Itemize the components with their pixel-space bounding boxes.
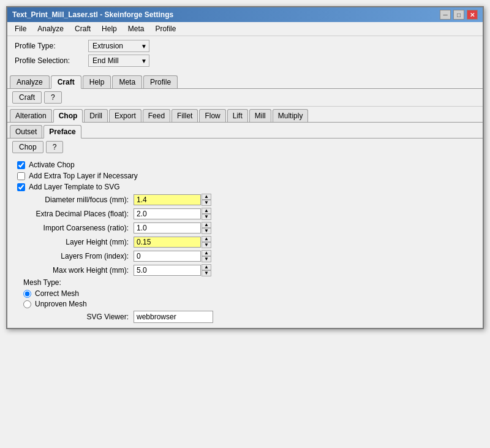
import-coarseness-row: Import Coarseness (ratio): ▲ ▼	[17, 222, 473, 234]
mesh-type-section: Correct Mesh Unproven Mesh	[17, 289, 473, 308]
chop-toolbar: Chop ?	[7, 139, 483, 156]
tab-help[interactable]: Help	[83, 75, 111, 88]
layers-from-spinners: ▲ ▼	[202, 250, 211, 262]
craft-help-button[interactable]: ?	[44, 91, 62, 104]
layer-height-input[interactable]	[134, 237, 201, 248]
tab-craft[interactable]: Craft	[51, 75, 81, 89]
max-work-height-input[interactable]	[134, 265, 201, 276]
content-area: Activate Chop Add Extra Top Layer if Nec…	[7, 156, 483, 328]
max-work-height-up[interactable]: ▲	[202, 264, 211, 270]
add-extra-top-row: Add Extra Top Layer if Necessary	[17, 172, 473, 180]
profile-section: Profile Type: Extrusion ▼ Profile Select…	[7, 36, 483, 73]
maximize-button[interactable]: □	[453, 10, 464, 20]
tab-meta[interactable]: Meta	[112, 75, 142, 88]
extra-decimal-spinner: ▲ ▼	[134, 208, 211, 220]
profile-type-label: Profile Type:	[15, 42, 88, 50]
tab-feed[interactable]: Feed	[143, 109, 170, 122]
diameter-mill-spinner: ▲ ▼	[134, 194, 211, 206]
window-title: Text_Print_Mill_Laser.stl - Skeinforge S…	[12, 10, 173, 19]
menu-file[interactable]: File	[10, 23, 31, 34]
layer-height-label: Layer Height (mm):	[17, 238, 134, 246]
craft-button[interactable]: Craft	[12, 91, 42, 104]
main-window: Text_Print_Mill_Laser.stl - Skeinforge S…	[6, 6, 484, 329]
add-extra-top-label: Add Extra Top Layer if Necessary	[29, 172, 138, 180]
tab-alteration[interactable]: Alteration	[10, 109, 52, 122]
layers-from-row: Layers From (index): ▲ ▼	[17, 250, 473, 262]
tab-chop[interactable]: Chop	[53, 109, 83, 123]
unproven-mesh-label: Unproven Mesh	[35, 300, 87, 308]
import-coarseness-up[interactable]: ▲	[202, 222, 211, 228]
svg-viewer-input[interactable]	[134, 311, 213, 323]
import-coarseness-input[interactable]	[134, 222, 201, 233]
unproven-mesh-radio[interactable]	[23, 300, 31, 308]
add-layer-template-checkbox[interactable]	[17, 183, 25, 191]
layers-from-input[interactable]	[134, 251, 201, 262]
profile-selection-row: Profile Selection: End Mill ▼	[15, 55, 475, 67]
activate-chop-checkbox[interactable]	[17, 161, 25, 169]
profile-selection-dropdown-wrapper: End Mill ▼	[88, 55, 149, 67]
tab-export[interactable]: Export	[109, 109, 141, 122]
tab-outset[interactable]: Outset	[10, 125, 42, 138]
profile-type-select[interactable]: Extrusion	[88, 40, 149, 52]
diameter-mill-label: Diameter mill/focus (mm):	[17, 196, 134, 204]
title-bar: Text_Print_Mill_Laser.stl - Skeinforge S…	[7, 7, 483, 22]
chop-help-button[interactable]: ?	[46, 141, 64, 153]
correct-mesh-label: Correct Mesh	[35, 289, 79, 298]
tab-preface[interactable]: Preface	[43, 125, 81, 139]
chop-button[interactable]: Chop	[12, 141, 43, 153]
layer-height-down[interactable]: ▼	[202, 242, 211, 248]
unproven-mesh-row: Unproven Mesh	[17, 300, 473, 308]
profile-selection-label: Profile Selection:	[15, 56, 88, 65]
minimize-button[interactable]: ─	[440, 10, 451, 20]
diameter-mill-input[interactable]	[134, 194, 201, 205]
inner-tabs-row1: Alteration Chop Drill Export Feed Fillet…	[7, 107, 483, 123]
layer-height-up[interactable]: ▲	[202, 236, 211, 242]
inner-tabs-row2: Outset Preface	[7, 123, 483, 139]
correct-mesh-radio[interactable]	[23, 290, 31, 298]
max-work-height-row: Max work Height (mm): ▲ ▼	[17, 264, 473, 276]
mesh-type-label: Mesh Type:	[17, 278, 473, 287]
correct-mesh-row: Correct Mesh	[17, 289, 473, 298]
extra-decimal-input[interactable]	[134, 208, 201, 219]
max-work-height-spinners: ▲ ▼	[202, 264, 211, 276]
tab-multiply[interactable]: Multiply	[273, 109, 309, 122]
menu-profile[interactable]: Profile	[150, 23, 181, 34]
menu-craft[interactable]: Craft	[70, 23, 96, 34]
add-layer-template-label: Add Layer Template to SVG	[29, 183, 120, 191]
tab-flow[interactable]: Flow	[199, 109, 225, 122]
tab-lift[interactable]: Lift	[227, 109, 248, 122]
max-work-height-spinner: ▲ ▼	[134, 264, 211, 276]
extra-decimal-label: Extra Decimal Places (float):	[17, 210, 134, 218]
tab-analyze[interactable]: Analyze	[10, 75, 50, 88]
max-work-height-label: Max work Height (mm):	[17, 266, 134, 275]
profile-type-dropdown-wrapper: Extrusion ▼	[88, 40, 149, 52]
profile-selection-select[interactable]: End Mill	[88, 55, 149, 67]
diameter-mill-row: Diameter mill/focus (mm): ▲ ▼	[17, 194, 473, 206]
layers-from-up[interactable]: ▲	[202, 250, 211, 256]
svg-viewer-row: SVG Viewer:	[17, 311, 473, 323]
menu-analyze[interactable]: Analyze	[32, 23, 69, 34]
diameter-mill-down[interactable]: ▼	[202, 200, 211, 206]
import-coarseness-spinners: ▲ ▼	[202, 222, 211, 234]
import-coarseness-down[interactable]: ▼	[202, 228, 211, 234]
tab-mill[interactable]: Mill	[249, 109, 271, 122]
menu-help[interactable]: Help	[97, 23, 122, 34]
tab-profile[interactable]: Profile	[143, 75, 178, 88]
tab-fillet[interactable]: Fillet	[172, 109, 198, 122]
tab-drill[interactable]: Drill	[84, 109, 108, 122]
layers-from-down[interactable]: ▼	[202, 256, 211, 262]
close-button[interactable]: ✕	[467, 10, 478, 20]
window-controls: ─ □ ✕	[440, 10, 478, 20]
add-extra-top-checkbox[interactable]	[17, 172, 25, 180]
activate-chop-label: Activate Chop	[29, 161, 75, 169]
layer-height-row: Layer Height (mm): ▲ ▼	[17, 236, 473, 248]
max-work-height-down[interactable]: ▼	[202, 270, 211, 276]
extra-decimal-spinners: ▲ ▼	[202, 208, 211, 220]
menu-meta[interactable]: Meta	[123, 23, 149, 34]
extra-decimal-up[interactable]: ▲	[202, 208, 211, 214]
layer-height-spinner: ▲ ▼	[134, 236, 211, 248]
diameter-mill-up[interactable]: ▲	[202, 194, 211, 200]
layer-height-spinners: ▲ ▼	[202, 236, 211, 248]
extra-decimal-down[interactable]: ▼	[202, 214, 211, 220]
layers-from-spinner: ▲ ▼	[134, 250, 211, 262]
